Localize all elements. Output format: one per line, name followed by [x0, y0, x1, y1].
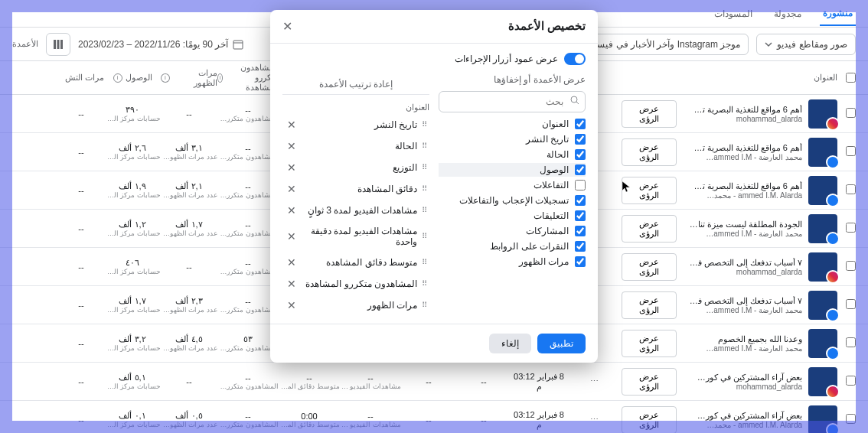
- reorder-item[interactable]: ⠿مرات الظهور✕: [282, 296, 429, 314]
- drag-handle-icon[interactable]: ⠿: [422, 232, 428, 240]
- search-icon: [570, 96, 579, 107]
- reorder-head: العنوان: [282, 99, 429, 116]
- reorder-item-label: تاريخ النشر: [374, 119, 417, 130]
- remove-column-button[interactable]: ✕: [284, 119, 299, 131]
- modal-overlay: تخصيص الأعمدة ✕ عرض عمود أزرار الإجراءات…: [0, 0, 868, 433]
- column-checkbox[interactable]: [575, 195, 586, 206]
- column-check-item[interactable]: النقرات على الروابط: [439, 241, 586, 252]
- column-check-label: تسجيلات الإعجاب والتفاعلات: [459, 195, 569, 206]
- remove-column-button[interactable]: ✕: [284, 230, 299, 243]
- column-check-item[interactable]: الحالة: [439, 149, 586, 160]
- reorder-item-label: مشاهدات الفيديو لمدة 3 ثوانٍ: [308, 205, 417, 216]
- remove-column-button[interactable]: ✕: [284, 183, 299, 195]
- remove-column-button[interactable]: ✕: [284, 204, 299, 216]
- cancel-button[interactable]: إلغاء: [489, 334, 531, 353]
- drag-handle-icon[interactable]: ⠿: [422, 184, 428, 193]
- reorder-item[interactable]: ⠿دقائق المشاهدة✕: [282, 180, 429, 198]
- reorder-item[interactable]: ⠿مشاهدات الفيديو لمدة 3 ثوانٍ✕: [282, 201, 429, 220]
- drag-handle-icon[interactable]: ⠿: [422, 258, 428, 266]
- column-check-item[interactable]: التفاعلات: [439, 180, 586, 190]
- column-checkbox[interactable]: [575, 241, 586, 252]
- remove-column-button[interactable]: ✕: [284, 256, 299, 269]
- column-checkbox[interactable]: [575, 149, 586, 160]
- reorder-item-label: مشاهدات الفيديو لمدة دقيقة واحدة: [299, 226, 417, 247]
- column-check-item[interactable]: التعليقات: [439, 210, 586, 221]
- reorder-item[interactable]: ⠿تاريخ النشر✕: [282, 116, 429, 134]
- column-check-label: تاريخ النشر: [526, 134, 569, 145]
- show-hide-label: عرض الأعمدة أو إخفاؤها: [439, 74, 586, 85]
- reorder-item-label: الحالة: [395, 141, 417, 151]
- drag-handle-icon[interactable]: ⠿: [422, 206, 428, 214]
- remove-column-button[interactable]: ✕: [284, 278, 299, 290]
- drag-handle-icon[interactable]: ⠿: [422, 120, 428, 129]
- reorder-item-label: متوسط دقائق المشاهدة: [326, 257, 417, 268]
- column-check-item[interactable]: الوصول: [439, 163, 586, 177]
- column-checklist: العنوانتاريخ النشرالحالةالوصولالتفاعلاتت…: [439, 119, 586, 272]
- column-check-label: الحالة: [547, 149, 569, 160]
- column-checkbox[interactable]: [575, 119, 586, 129]
- column-search-input[interactable]: [439, 91, 586, 112]
- reorder-title: إعادة ترتيب الأعمدة: [282, 74, 429, 95]
- column-check-label: العنوان: [542, 119, 569, 129]
- reorder-item-label: دقائق المشاهدة: [357, 184, 417, 194]
- column-checkbox[interactable]: [575, 180, 586, 190]
- column-check-item[interactable]: تسجيلات الإعجاب والتفاعلات: [439, 195, 586, 206]
- reorder-item-label: التوزيع: [393, 162, 417, 173]
- cursor-icon: [620, 181, 632, 193]
- reorder-item[interactable]: ⠿متوسط دقائق المشاهدة✕: [282, 253, 429, 272]
- close-button[interactable]: ✕: [282, 19, 292, 34]
- column-check-item[interactable]: تاريخ النشر: [439, 134, 586, 145]
- actions-column-toggle[interactable]: [564, 53, 586, 65]
- column-check-label: المشاركات: [526, 226, 569, 236]
- reorder-item[interactable]: ⠿المشاهدون متكررو المشاهدة✕: [282, 275, 429, 293]
- drag-handle-icon[interactable]: ⠿: [422, 163, 428, 171]
- svg-point-5: [571, 96, 577, 103]
- column-check-item[interactable]: العنوان: [439, 119, 586, 129]
- drag-handle-icon[interactable]: ⠿: [422, 142, 428, 150]
- reorder-list: ⠿تاريخ النشر✕⠿الحالة✕⠿التوزيع✕⠿دقائق الم…: [282, 116, 429, 314]
- reorder-item[interactable]: ⠿الحالة✕: [282, 137, 429, 155]
- drag-handle-icon[interactable]: ⠿: [422, 279, 428, 288]
- column-check-label: التعليقات: [534, 210, 569, 221]
- column-checkbox[interactable]: [575, 134, 586, 145]
- reorder-item[interactable]: ⠿التوزيع✕: [282, 158, 429, 177]
- remove-column-button[interactable]: ✕: [284, 299, 299, 311]
- modal-title: تخصيص الأعمدة: [508, 19, 586, 33]
- column-checkbox[interactable]: [575, 256, 586, 267]
- apply-button[interactable]: تطبيق: [537, 334, 586, 353]
- toggle-label: عرض عمود أزرار الإجراءات: [455, 54, 558, 64]
- column-check-label: الوصول: [540, 164, 569, 175]
- reorder-item-label: مرات الظهور: [367, 300, 417, 311]
- column-checkbox[interactable]: [575, 226, 586, 236]
- column-check-label: النقرات على الروابط: [490, 241, 569, 252]
- column-check-label: مرات الظهور: [519, 256, 569, 267]
- column-check-label: التفاعلات: [534, 180, 569, 190]
- drag-handle-icon[interactable]: ⠿: [422, 301, 428, 309]
- remove-column-button[interactable]: ✕: [284, 161, 299, 174]
- column-checkbox[interactable]: [575, 164, 586, 175]
- column-checkbox[interactable]: [575, 210, 586, 221]
- reorder-item-label: المشاهدون متكررو المشاهدة: [305, 278, 417, 289]
- remove-column-button[interactable]: ✕: [284, 140, 299, 152]
- column-check-item[interactable]: مرات الظهور: [439, 256, 586, 267]
- column-check-item[interactable]: المشاركات: [439, 226, 586, 236]
- reorder-item[interactable]: ⠿مشاهدات الفيديو لمدة دقيقة واحدة✕: [282, 223, 429, 250]
- customize-columns-modal: تخصيص الأعمدة ✕ عرض عمود أزرار الإجراءات…: [270, 10, 598, 363]
